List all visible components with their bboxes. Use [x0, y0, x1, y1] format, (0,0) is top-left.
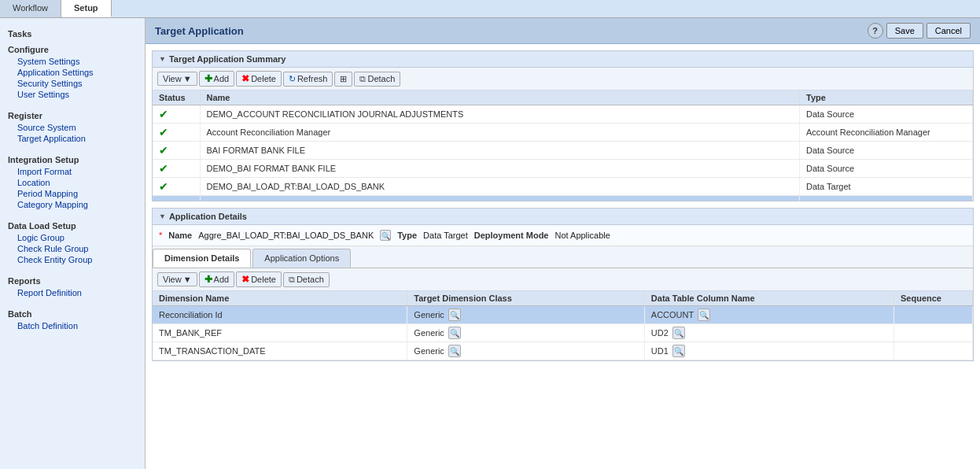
sidebar-item-period-mapping[interactable]: Period Mapping: [0, 188, 145, 199]
top-tabs-bar: Workflow Setup: [0, 0, 980, 18]
dim-view-button[interactable]: View ▼: [157, 272, 197, 286]
target-class-search-icon[interactable]: 🔍: [448, 327, 461, 339]
sidebar-item-system-settings[interactable]: System Settings: [0, 56, 145, 67]
summary-table-container[interactable]: Status Name Type ✔ DEMO_ACCOUNT RECONCIL…: [153, 90, 973, 201]
summary-add-button[interactable]: ✚ Add: [199, 71, 235, 87]
tab-setup[interactable]: Setup: [61, 0, 112, 17]
dimension-table: Dimension Name Target Dimension Class Da…: [153, 291, 973, 360]
refresh-icon: ↻: [289, 74, 296, 84]
details-collapse-icon[interactable]: ▼: [159, 212, 166, 220]
dim-add-label: Add: [214, 275, 230, 284]
dimension-toolbar: View ▼ ✚ Add ✖ Delete ⧉ Detach: [153, 268, 973, 291]
detach-icon: ⧉: [359, 74, 366, 84]
summary-refresh-button[interactable]: ↻ Refresh: [283, 72, 333, 87]
collapse-icon[interactable]: ▼: [159, 55, 166, 63]
sidebar-item-application-settings[interactable]: Application Settings: [0, 67, 145, 78]
dim-delete-button[interactable]: ✖ Delete: [236, 271, 282, 287]
summary-delete-button[interactable]: ✖ Delete: [236, 71, 282, 87]
details-section-title: Application Details: [169, 212, 247, 221]
status-cell: ✔: [153, 124, 200, 142]
sidebar-item-report-definition[interactable]: Report Definition: [0, 287, 145, 298]
type-cell: Data Target: [800, 196, 973, 201]
table-row[interactable]: ✔ DEMO_ACCOUNT RECONCILIATION JOURNAL AD…: [153, 105, 973, 124]
type-cell: Data Source: [800, 142, 973, 160]
dim-delete-label: Delete: [251, 275, 276, 284]
status-check-icon: ✔: [159, 144, 168, 157]
target-class-cell: Generic 🔍: [407, 306, 645, 324]
status-check-icon: ✔: [159, 180, 168, 193]
sidebar-item-location[interactable]: Location: [0, 177, 145, 188]
sidebar-item-category-mapping[interactable]: Category Mapping: [0, 199, 145, 210]
name-cell: DEMO_BAI FORMAT BANK FILE: [200, 160, 800, 178]
name-cell: Aggre_BAI_LOAD_RT:BAI_LOAD_DS_BANK: [200, 196, 800, 201]
sidebar-item-target-application[interactable]: Target Application: [0, 133, 145, 144]
header-buttons: ? Save Cancel: [868, 23, 971, 39]
summary-view-button[interactable]: View ▼: [157, 72, 197, 86]
status-cell: ✔: [153, 178, 200, 196]
summary-detach-button[interactable]: ⧉ Detach: [354, 72, 400, 87]
sidebar-item-source-system[interactable]: Source System: [0, 122, 145, 133]
details-section-header: ▼ Application Details: [153, 209, 973, 225]
dimension-table-container[interactable]: Dimension Name Target Dimension Class Da…: [153, 291, 973, 360]
details-fields: * Name Aggre_BAI_LOAD_RT:BAI_LOAD_DS_BAN…: [153, 225, 973, 246]
data-table-col-search-icon[interactable]: 🔍: [698, 308, 710, 321]
data-table-col-cell: ACCOUNT 🔍: [644, 306, 893, 324]
help-button[interactable]: ?: [868, 23, 883, 39]
sidebar-item-security-settings[interactable]: Security Settings: [0, 78, 145, 89]
table-row[interactable]: ✔ Account Reconciliation Manager Account…: [153, 124, 973, 142]
data-table-col-search-icon[interactable]: 🔍: [672, 345, 685, 357]
sidebar-item-check-rule-group[interactable]: Check Rule Group: [0, 243, 145, 254]
summary-grid-button[interactable]: ⊞: [334, 72, 352, 87]
data-load-title: Data Load Setup: [0, 216, 145, 232]
table-row[interactable]: TM_TRANSACTION_DATE Generic 🔍 UD1 🔍: [153, 342, 973, 360]
tab-workflow[interactable]: Workflow: [0, 0, 61, 17]
tasks-title: Tasks: [0, 24, 145, 40]
data-table-col-cell: UD1 🔍: [644, 342, 893, 360]
table-row[interactable]: ✔ BAI FORMAT BANK FILE Data Source: [153, 142, 973, 160]
target-class-search-icon[interactable]: 🔍: [448, 345, 461, 357]
cancel-button[interactable]: Cancel: [927, 23, 971, 39]
data-table-col-search-icon[interactable]: 🔍: [672, 327, 685, 339]
dim-view-dropdown-icon: ▼: [183, 275, 192, 284]
save-button[interactable]: Save: [886, 23, 923, 39]
name-search-icon[interactable]: 🔍: [380, 230, 391, 241]
dim-add-button[interactable]: ✚ Add: [199, 271, 235, 287]
sidebar-item-user-settings[interactable]: User Settings: [0, 89, 145, 100]
target-class-cell: Generic 🔍: [407, 324, 645, 342]
table-row[interactable]: Reconciliation Id Generic 🔍 ACCOUNT 🔍: [153, 306, 973, 324]
table-row[interactable]: ✔ Aggre_BAI_LOAD_RT:BAI_LOAD_DS_BANK Dat…: [153, 196, 973, 201]
add-icon: ✚: [204, 73, 212, 84]
type-label: Type: [397, 231, 417, 240]
deployment-value: Not Applicable: [554, 231, 610, 240]
page-title: Target Application: [155, 25, 244, 37]
target-class-search-icon[interactable]: 🔍: [448, 308, 461, 321]
detach-label: Detach: [367, 74, 395, 83]
summary-section-title: Target Application Summary: [169, 54, 286, 64]
sidebar-item-batch-definition[interactable]: Batch Definition: [0, 320, 145, 331]
dim-header-row: Dimension Name Target Dimension Class Da…: [153, 291, 973, 306]
name-label: Name: [168, 231, 192, 240]
table-row[interactable]: ✔ DEMO_BAI FORMAT BANK FILE Data Source: [153, 160, 973, 178]
deployment-label: Deployment Mode: [474, 231, 549, 240]
status-check-icon: ✔: [159, 162, 168, 175]
dim-add-icon: ✚: [204, 274, 212, 285]
sidebar-item-check-entity-group[interactable]: Check Entity Group: [0, 254, 145, 265]
dim-detach-button[interactable]: ⧉ Detach: [283, 272, 330, 287]
sidebar-item-logic-group[interactable]: Logic Group: [0, 232, 145, 243]
status-check-icon: ✔: [159, 108, 168, 120]
tab-dimension-details[interactable]: Dimension Details: [153, 249, 251, 268]
col-sequence: Sequence: [894, 291, 973, 306]
name-cell: DEMO_ACCOUNT RECONCILIATION JOURNAL ADJU…: [200, 105, 800, 124]
tab-application-options[interactable]: Application Options: [252, 249, 351, 268]
main-scroll-area[interactable]: ▼ Target Application Summary View ▼ ✚ Ad…: [146, 44, 980, 469]
sequence-cell: [894, 342, 973, 360]
table-row[interactable]: ✔ DEMO_BAI_LOAD_RT:BAI_LOAD_DS_BANK Data…: [153, 178, 973, 196]
sequence-cell: [894, 324, 973, 342]
name-cell: DEMO_BAI_LOAD_RT:BAI_LOAD_DS_BANK: [200, 178, 800, 196]
table-row[interactable]: TM_BANK_REF Generic 🔍 UD2 🔍: [153, 324, 973, 342]
status-cell: ✔: [153, 196, 200, 201]
summary-table: Status Name Type ✔ DEMO_ACCOUNT RECONCIL…: [153, 90, 973, 201]
data-table-col-cell: UD2 🔍: [644, 324, 893, 342]
sidebar-item-import-format[interactable]: Import Format: [0, 166, 145, 177]
register-title: Register: [0, 106, 145, 122]
